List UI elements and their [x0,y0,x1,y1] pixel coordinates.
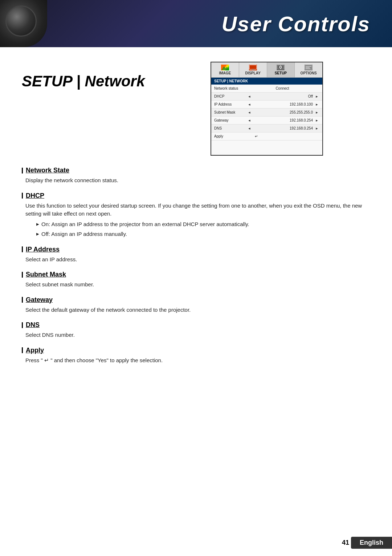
network-state-heading: Network State [22,167,370,174]
osd-tab-image[interactable]: IMAGE [211,62,239,77]
dhcp-left-arrow: ◄ [247,95,252,98]
apply-label: Apply [214,134,247,138]
subnet-text: Select subnet mask number. [25,281,370,289]
dns-text: Select DNS number. [25,331,370,339]
svg-marker-1 [221,66,229,70]
osd-row-dhcp: DHCP ◄ Off ► [211,93,322,101]
osd-tab-setup[interactable]: SETUP [267,62,295,77]
dhcp-bullet-on: On: Assign an IP address to the projecto… [36,220,370,229]
section-gateway: Gateway Select the default gateway of th… [22,296,370,314]
osd-row-network-status: Network status Connect [211,85,322,93]
dns-left-arrow: ◄ [247,127,252,130]
dns-value: 192.168.0.254 [252,126,314,130]
osd-tab-options[interactable]: OPTIONS [295,62,322,77]
page-title: User Controls [221,12,370,36]
display-tab-label: DISPLAY [245,71,260,75]
apply-value: ↵ [252,134,314,138]
svg-rect-4 [252,69,254,70]
options-tab-label: OPTIONS [301,71,317,75]
section-dhcp: DHCP Use this function to select your de… [22,192,370,238]
left-panel: SETUP | Network [22,58,196,156]
section-ip: IP Address Select an IP address. [22,246,370,264]
dhcp-right-arrow: ► [314,95,319,98]
dns-right-arrow: ► [314,127,319,130]
image-icon [221,65,229,70]
gateway-value: 192.168.0.254 [252,118,314,122]
ip-label: IP Address [214,102,247,106]
osd-row-dns: DNS ◄ 192.168.0.254 ► [211,124,322,132]
section-network-state: Network State Display the network connec… [22,167,370,185]
subnet-left-arrow: ◄ [247,111,252,114]
apply-text: Press " ↵ " and then choose "Yes" to app… [25,356,370,365]
page-number: 41 [342,539,351,547]
content: Network State Display the network connec… [0,167,392,364]
network-status-value: Connect [252,86,314,90]
setup-icon [277,65,285,70]
osd-menu: IMAGE DISPLAY [211,62,323,156]
osd-tab-display[interactable]: DISPLAY [239,62,267,77]
dhcp-label: DHCP [214,94,247,98]
osd-row-gateway: Gateway ◄ 192.168.0.254 ► [211,116,322,124]
network-status-label: Network status [214,86,247,90]
language-badge: English [351,537,392,549]
osd-submenu-header: SETUP | NETWORK [211,78,322,85]
right-panel: IMAGE DISPLAY [211,58,370,156]
osd-row-ip: IP Address ◄ 192.168.0.100 ► [211,101,322,109]
subnet-value: 255.255.255.0 [252,110,314,114]
section-subnet: Subnet Mask Select subnet mask number. [22,271,370,289]
header: User Controls [0,0,392,47]
gateway-left-arrow: ◄ [247,119,252,122]
camera-image [0,0,47,47]
subnet-right-arrow: ► [314,111,319,114]
subnet-label: Subnet Mask [214,110,247,114]
ip-text: Select an IP address. [25,255,370,264]
display-icon [249,65,257,70]
ip-right-arrow: ► [314,103,319,106]
gateway-label: Gateway [214,118,247,122]
setup-tab-label: SETUP [275,71,287,75]
ip-left-arrow: ◄ [247,103,252,106]
ip-heading: IP Address [22,246,370,253]
dhcp-value: Off [252,94,314,98]
gateway-right-arrow: ► [314,119,319,122]
osd-empty-space [211,140,322,155]
svg-rect-3 [249,65,257,69]
ip-value: 192.168.0.100 [252,102,314,106]
section-title: SETUP | Network [22,73,196,90]
subnet-heading: Subnet Mask [22,271,370,278]
dns-label: DNS [214,126,247,130]
dhcp-bullet-off: Off: Assign an IP address manually. [36,230,370,238]
gateway-heading: Gateway [22,296,370,304]
svg-point-2 [226,65,228,67]
osd-row-subnet: Subnet Mask ◄ 255.255.255.0 ► [211,109,322,116]
apply-heading: Apply [22,347,370,354]
main-top: SETUP | Network IMAGE [0,47,392,167]
osd-tabs: IMAGE DISPLAY [211,62,322,78]
section-dns: DNS Select DNS number. [22,321,370,339]
footer: 41 English [342,537,392,549]
image-tab-label: IMAGE [219,71,231,75]
osd-row-apply: Apply ↵ [211,132,322,140]
dhcp-text: Use this function to select your desired… [25,202,370,218]
options-icon [305,65,313,70]
gateway-text: Select the default gateway of the networ… [25,306,370,314]
network-state-text: Display the network connection status. [25,176,370,185]
dns-heading: DNS [22,321,370,329]
section-apply: Apply Press " ↵ " and then choose "Yes" … [22,347,370,365]
dhcp-heading: DHCP [22,192,370,200]
